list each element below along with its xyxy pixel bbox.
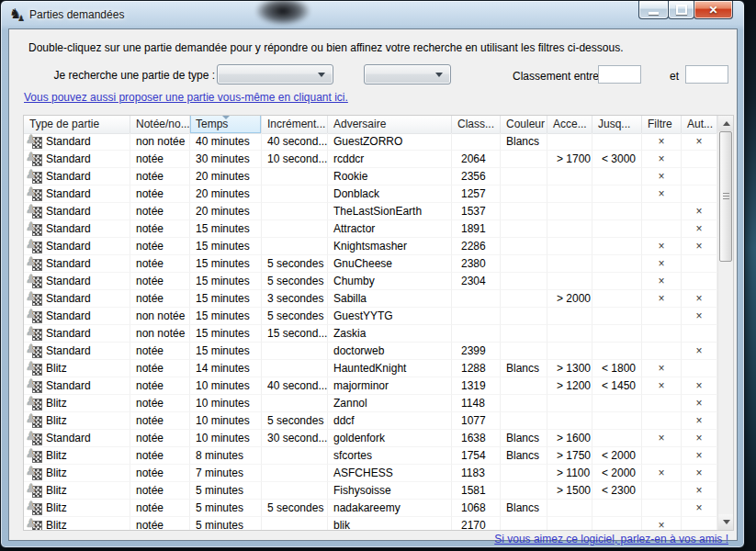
window-title: Parties demandées [29, 8, 124, 21]
tell-your-friends-link[interactable]: Si vous aimez ce logiciel, parlez-en à v… [494, 533, 728, 545]
cell-5: 2399 [452, 343, 501, 360]
maximize-button[interactable] [668, 1, 694, 19]
column-header-4[interactable]: Adversaire [328, 116, 452, 133]
cell-3 [262, 238, 328, 255]
table-row[interactable]: ♟Standardnotée15 minutes5 secondesChumby… [24, 273, 717, 290]
table-row[interactable]: ♟Standardnon notée40 minutes40 second...… [24, 133, 717, 151]
table-row[interactable]: ♟Blitznotée10 minutes5 secondesddcf1077× [24, 412, 717, 430]
table-row[interactable]: ♟Standardnon notée15 minutes5 secondesGu… [24, 308, 717, 325]
cell-2: 10 minutes [190, 377, 262, 395]
table-row[interactable]: ♟Blitznotée5 minutesFishysoisse1581> 150… [24, 482, 717, 500]
cell-2: 10 minutes [190, 412, 262, 430]
cell-10: × [682, 430, 717, 447]
table-row[interactable]: ♟Standardnotée20 minutesTheLastSionEarth… [24, 203, 717, 220]
cell-1: non notée [130, 325, 190, 343]
cell-3 [262, 395, 328, 412]
cell-6 [501, 465, 547, 482]
dialog-client-area: Double-cliquez sur une partie demandée p… [8, 28, 738, 541]
cell-9: × [642, 255, 682, 273]
table-row[interactable]: ♟Blitznotée5 minutesblik2170× [24, 517, 717, 530]
cell-0: ♟Standard [24, 168, 130, 186]
table-row[interactable]: ♟Standardnotée15 minutesdoctorweb2399× [24, 343, 717, 360]
table-row[interactable]: ♟Blitznotée5 minutes5 secondesnadakareem… [24, 500, 717, 517]
game-type-icon: ♟ [28, 222, 42, 235]
cell-10: × [682, 133, 717, 151]
table-row[interactable]: ♟Standardnotée15 minutes5 secondesGnuChe… [24, 255, 717, 273]
table-row[interactable]: ♟Standardnotée30 minutes10 second...rcdd… [24, 151, 717, 168]
column-header-5[interactable]: Class... [452, 116, 501, 133]
column-header-7[interactable]: Acce... [547, 116, 592, 133]
table-row[interactable]: ♟Standardnotée15 minutesKnightsmasher228… [24, 238, 717, 255]
table-row[interactable]: ♟Blitznotée7 minutesASFCHESS1183> 1100< … [24, 465, 717, 482]
table-row[interactable]: ♟Standardnotée15 minutes3 secondesSabill… [24, 290, 717, 308]
secondary-filter-combobox[interactable] [364, 64, 451, 84]
column-header-8[interactable]: Jusq... [592, 116, 642, 133]
cell-5 [452, 290, 501, 308]
cell-5: 1581 [452, 482, 501, 500]
propose-game-link[interactable]: Vous pouvez aussi proposer une partie vo… [24, 91, 348, 104]
cell-2: 15 minutes [190, 238, 262, 255]
column-header-10[interactable]: Aut... [682, 116, 717, 133]
rating-max-input[interactable] [685, 65, 728, 84]
column-header-3[interactable]: Incrément... [262, 116, 328, 133]
scroll-down-button[interactable] [718, 514, 734, 530]
cell-6: Blancs [501, 447, 547, 465]
cell-9: × [642, 273, 682, 290]
close-button[interactable]: ✕ [694, 1, 733, 19]
column-header-0[interactable]: Type de partie [24, 116, 130, 133]
table-body: ♟Standardnon notée40 minutes40 second...… [24, 133, 717, 530]
scroll-up-button[interactable] [718, 116, 734, 131]
arrow-up-icon [723, 121, 730, 126]
cell-9: × [642, 430, 682, 447]
game-type-icon: ♟ [28, 309, 42, 322]
game-type-icon: ♟ [28, 449, 42, 462]
cell-10: × [682, 220, 717, 238]
table-row[interactable]: ♟Standardnotée10 minutes40 second...majo… [24, 377, 717, 395]
table-row[interactable]: ♟Standardnon notée15 minutes15 second...… [24, 325, 717, 343]
cell-0: ♟Standard [24, 220, 130, 238]
pawn-icon: ♟ [17, 10, 25, 27]
game-type-combobox[interactable] [217, 64, 333, 84]
column-header-2[interactable]: Temps [190, 116, 262, 133]
cell-4: ddcf [328, 412, 452, 430]
cell-4: doctorweb [328, 343, 452, 360]
cell-1: notée [130, 500, 190, 517]
cell-9 [642, 203, 682, 220]
table-row[interactable]: ♟Standardnotée15 minutesAttractor1891× [24, 220, 717, 238]
table-row[interactable]: ♟Blitznotée14 minutesHauntedKnight1288Bl… [24, 360, 717, 377]
cell-1: notée [130, 517, 190, 530]
cell-4: HauntedKnight [328, 360, 452, 377]
cell-9 [642, 308, 682, 325]
cell-8 [592, 290, 642, 308]
table-row[interactable]: ♟Standardnotée20 minutesDonblack1257× [24, 186, 717, 203]
cell-5: 1537 [452, 203, 501, 220]
column-header-1[interactable]: Notée/no... [130, 116, 190, 133]
cell-4: Chumby [328, 273, 452, 290]
rating-min-input[interactable] [598, 65, 641, 84]
table-row[interactable]: ♟Standardnotée10 minutes30 second...gold… [24, 430, 717, 447]
cell-6: Blancs [501, 133, 547, 151]
cell-4: GuestZORRO [328, 133, 452, 151]
column-header-9[interactable]: Filtre [642, 116, 682, 133]
cell-9 [642, 447, 682, 465]
column-header-6[interactable]: Couleur [501, 116, 547, 133]
table-row[interactable]: ♟Blitznotée8 minutessfcortes1754Blancs> … [24, 447, 717, 465]
cell-3 [262, 343, 328, 360]
scrollbar-thumb[interactable] [719, 131, 732, 262]
game-type-icon: ♟ [28, 205, 42, 218]
cell-10 [682, 186, 717, 203]
cell-5: 2170 [452, 517, 501, 530]
cell-1: notée [130, 377, 190, 395]
table-row[interactable]: ♟Standardnotée20 minutesRookie2356× [24, 168, 717, 186]
game-type-icon: ♟ [28, 519, 42, 530]
cell-4: Attractor [328, 220, 452, 238]
cell-3: 15 second... [262, 325, 328, 343]
games-table: Type de partieNotée/no...TempsIncrément.… [23, 115, 734, 531]
minimize-button[interactable] [638, 1, 669, 19]
cell-7: > 1600 [547, 430, 592, 447]
cell-3: 5 secondes [262, 255, 328, 273]
table-row[interactable]: ♟Blitznotée10 minutesZannol1148× [24, 395, 717, 412]
cell-6 [501, 343, 547, 360]
vertical-scrollbar[interactable] [717, 116, 733, 530]
title-bar[interactable]: ♞♟ Parties demandées ✕ [1, 1, 744, 28]
